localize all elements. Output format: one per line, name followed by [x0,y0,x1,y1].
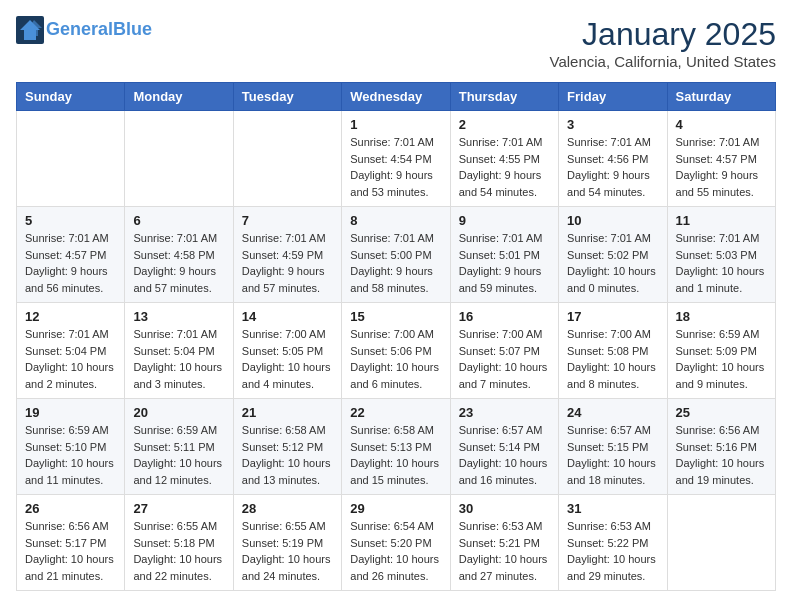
sunrise: Sunrise: 7:01 AM [133,328,217,340]
sunset: Sunset: 5:13 PM [350,441,431,453]
sunset: Sunset: 5:22 PM [567,537,648,549]
calendar-day-cell: 13 Sunrise: 7:01 AM Sunset: 5:04 PM Dayl… [125,303,233,399]
sunrise: Sunrise: 6:55 AM [242,520,326,532]
calendar-day-cell: 23 Sunrise: 6:57 AM Sunset: 5:14 PM Dayl… [450,399,558,495]
day-detail: Sunrise: 6:57 AM Sunset: 5:14 PM Dayligh… [459,422,550,488]
logo-icon [16,16,44,44]
month-title: January 2025 [549,16,776,53]
sunrise: Sunrise: 7:01 AM [459,232,543,244]
calendar-day-cell: 19 Sunrise: 6:59 AM Sunset: 5:10 PM Dayl… [17,399,125,495]
sunrise: Sunrise: 6:57 AM [567,424,651,436]
day-detail: Sunrise: 6:58 AM Sunset: 5:12 PM Dayligh… [242,422,333,488]
calendar-day-cell: 4 Sunrise: 7:01 AM Sunset: 4:57 PM Dayli… [667,111,775,207]
daylight: Daylight: 9 hours and 58 minutes. [350,265,433,294]
weekday-header-cell: Friday [559,83,667,111]
sunrise: Sunrise: 7:01 AM [676,232,760,244]
calendar-day-cell: 29 Sunrise: 6:54 AM Sunset: 5:20 PM Dayl… [342,495,450,591]
day-number: 4 [676,117,767,132]
day-detail: Sunrise: 6:55 AM Sunset: 5:18 PM Dayligh… [133,518,224,584]
sunrise: Sunrise: 7:01 AM [350,232,434,244]
day-detail: Sunrise: 6:53 AM Sunset: 5:22 PM Dayligh… [567,518,658,584]
sunrise: Sunrise: 6:54 AM [350,520,434,532]
daylight: Daylight: 10 hours and 18 minutes. [567,457,656,486]
sunset: Sunset: 5:20 PM [350,537,431,549]
sunrise: Sunrise: 7:01 AM [350,136,434,148]
day-number: 9 [459,213,550,228]
calendar-day-cell: 30 Sunrise: 6:53 AM Sunset: 5:21 PM Dayl… [450,495,558,591]
daylight: Daylight: 10 hours and 16 minutes. [459,457,548,486]
daylight: Daylight: 10 hours and 24 minutes. [242,553,331,582]
day-detail: Sunrise: 6:55 AM Sunset: 5:19 PM Dayligh… [242,518,333,584]
day-number: 10 [567,213,658,228]
daylight: Daylight: 10 hours and 7 minutes. [459,361,548,390]
day-number: 13 [133,309,224,324]
daylight: Daylight: 10 hours and 29 minutes. [567,553,656,582]
day-number: 1 [350,117,441,132]
day-number: 31 [567,501,658,516]
calendar-day-cell: 5 Sunrise: 7:01 AM Sunset: 4:57 PM Dayli… [17,207,125,303]
calendar-day-cell: 21 Sunrise: 6:58 AM Sunset: 5:12 PM Dayl… [233,399,341,495]
calendar-day-cell: 26 Sunrise: 6:56 AM Sunset: 5:17 PM Dayl… [17,495,125,591]
day-detail: Sunrise: 7:01 AM Sunset: 4:58 PM Dayligh… [133,230,224,296]
sunset: Sunset: 5:21 PM [459,537,540,549]
day-number: 2 [459,117,550,132]
location: Valencia, California, United States [549,53,776,70]
day-detail: Sunrise: 6:59 AM Sunset: 5:09 PM Dayligh… [676,326,767,392]
daylight: Daylight: 10 hours and 1 minute. [676,265,765,294]
page-header: GeneralBlue January 2025 Valencia, Calif… [16,16,776,70]
day-number: 20 [133,405,224,420]
day-detail: Sunrise: 6:58 AM Sunset: 5:13 PM Dayligh… [350,422,441,488]
calendar-day-cell [233,111,341,207]
calendar-day-cell: 27 Sunrise: 6:55 AM Sunset: 5:18 PM Dayl… [125,495,233,591]
daylight: Daylight: 10 hours and 12 minutes. [133,457,222,486]
day-detail: Sunrise: 6:54 AM Sunset: 5:20 PM Dayligh… [350,518,441,584]
sunrise: Sunrise: 6:55 AM [133,520,217,532]
calendar-table: SundayMondayTuesdayWednesdayThursdayFrid… [16,82,776,591]
calendar-week-row: 12 Sunrise: 7:01 AM Sunset: 5:04 PM Dayl… [17,303,776,399]
day-number: 25 [676,405,767,420]
day-detail: Sunrise: 6:57 AM Sunset: 5:15 PM Dayligh… [567,422,658,488]
sunrise: Sunrise: 7:00 AM [350,328,434,340]
day-number: 12 [25,309,116,324]
weekday-header-cell: Tuesday [233,83,341,111]
sunset: Sunset: 5:16 PM [676,441,757,453]
sunset: Sunset: 5:00 PM [350,249,431,261]
daylight: Daylight: 10 hours and 15 minutes. [350,457,439,486]
calendar-day-cell: 15 Sunrise: 7:00 AM Sunset: 5:06 PM Dayl… [342,303,450,399]
day-detail: Sunrise: 7:01 AM Sunset: 4:57 PM Dayligh… [25,230,116,296]
calendar-day-cell: 7 Sunrise: 7:01 AM Sunset: 4:59 PM Dayli… [233,207,341,303]
daylight: Daylight: 10 hours and 3 minutes. [133,361,222,390]
calendar-day-cell: 3 Sunrise: 7:01 AM Sunset: 4:56 PM Dayli… [559,111,667,207]
day-number: 21 [242,405,333,420]
day-detail: Sunrise: 7:01 AM Sunset: 4:57 PM Dayligh… [676,134,767,200]
sunset: Sunset: 5:04 PM [133,345,214,357]
sunset: Sunset: 4:57 PM [25,249,106,261]
day-number: 11 [676,213,767,228]
sunrise: Sunrise: 7:01 AM [459,136,543,148]
sunset: Sunset: 5:15 PM [567,441,648,453]
sunset: Sunset: 5:04 PM [25,345,106,357]
day-number: 14 [242,309,333,324]
calendar-day-cell: 18 Sunrise: 6:59 AM Sunset: 5:09 PM Dayl… [667,303,775,399]
sunrise: Sunrise: 7:01 AM [242,232,326,244]
calendar-day-cell: 10 Sunrise: 7:01 AM Sunset: 5:02 PM Dayl… [559,207,667,303]
calendar-day-cell [667,495,775,591]
calendar-day-cell: 12 Sunrise: 7:01 AM Sunset: 5:04 PM Dayl… [17,303,125,399]
calendar-week-row: 1 Sunrise: 7:01 AM Sunset: 4:54 PM Dayli… [17,111,776,207]
daylight: Daylight: 10 hours and 8 minutes. [567,361,656,390]
sunset: Sunset: 4:54 PM [350,153,431,165]
day-number: 29 [350,501,441,516]
sunrise: Sunrise: 7:01 AM [676,136,760,148]
daylight: Daylight: 9 hours and 57 minutes. [242,265,325,294]
day-number: 26 [25,501,116,516]
daylight: Daylight: 10 hours and 22 minutes. [133,553,222,582]
daylight: Daylight: 9 hours and 57 minutes. [133,265,216,294]
sunrise: Sunrise: 6:59 AM [133,424,217,436]
day-number: 19 [25,405,116,420]
day-detail: Sunrise: 7:01 AM Sunset: 5:04 PM Dayligh… [25,326,116,392]
sunrise: Sunrise: 7:00 AM [567,328,651,340]
calendar-day-cell: 31 Sunrise: 6:53 AM Sunset: 5:22 PM Dayl… [559,495,667,591]
logo-text: GeneralBlue [46,20,152,40]
daylight: Daylight: 9 hours and 56 minutes. [25,265,108,294]
sunset: Sunset: 5:11 PM [133,441,214,453]
